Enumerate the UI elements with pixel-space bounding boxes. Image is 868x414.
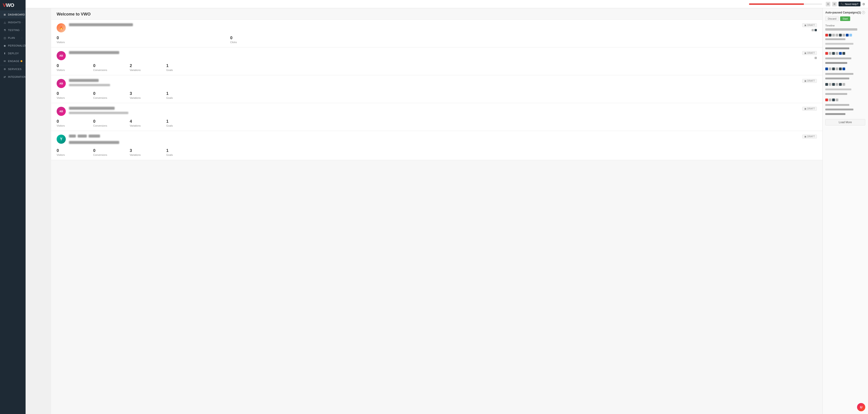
sidebar-item-engage[interactable]: ✉ ENGAGE [0, 57, 26, 65]
timeline-entry [825, 99, 865, 101]
timeline-entry [825, 52, 865, 55]
timeline-sub-bar [825, 38, 845, 40]
timeline-block [842, 68, 845, 70]
panel-actions: Discard Start [825, 16, 865, 21]
draft-label: ▣ DRAFT [802, 23, 817, 27]
stat-visitors: 0 Visitors [57, 36, 93, 43]
campaign-name-bar [69, 23, 133, 26]
logo: VWO [0, 0, 26, 11]
timeline-entry [825, 83, 865, 86]
timeline-bar [825, 28, 857, 31]
draft-badge: ▣ DRAFT [802, 23, 817, 31]
timeline-block [829, 83, 832, 86]
campaign-card: Y ▣ DRAFT 0 [51, 131, 822, 160]
timeline-block [839, 68, 842, 70]
stat-conversions: 0 Conversions [93, 63, 130, 71]
draft-label: ▣ DRAFT [802, 107, 817, 111]
help-icon[interactable]: ? [862, 11, 865, 14]
start-button[interactable]: Start [840, 16, 850, 21]
sidebar-item-integrations[interactable]: ⇄ INTEGRATIONS [0, 73, 26, 81]
stat-variations: 4 Variations [130, 119, 166, 127]
draft-badge: ▣ DRAFT [802, 51, 817, 59]
timeline-block [832, 68, 835, 70]
campaign-header: AB [57, 107, 817, 116]
stat-conversions: 0 Conversions [93, 148, 130, 156]
draft-icon: ▣ [804, 24, 806, 27]
stat-clicks: 0 Clicks [230, 36, 267, 43]
stat-conversions: 0 Conversions [93, 91, 130, 99]
timeline-entry [825, 68, 865, 70]
sidebar-item-dashboard[interactable]: ⊞ DASHBOARD [0, 11, 26, 19]
chevron-right-icon: › [22, 37, 22, 39]
timeline-block [836, 34, 838, 36]
stat-variations: 2 Variations [130, 63, 166, 71]
draft-icon: ▣ [804, 80, 806, 82]
grid-icon-2[interactable]: ⊞ [832, 2, 837, 6]
campaign-name-section [69, 135, 817, 145]
campaign-card: AB ▣ DRAFT 0 Visitors 0 [51, 103, 822, 131]
sidebar-item-testing[interactable]: ⚗ TESTING › [0, 26, 26, 34]
stat-visitors: 0 Visitors [57, 148, 93, 156]
engage-icon: ✉ [3, 60, 6, 63]
grid-icon-1[interactable]: ⊟ [826, 2, 830, 6]
plan-icon: ◫ [3, 36, 6, 39]
timeline-block [825, 52, 828, 55]
draft-label: ▣ DRAFT [802, 79, 817, 83]
campaign-name-bar [69, 141, 119, 144]
campaign-header: AB [57, 79, 817, 88]
timeline-sub-bar [825, 113, 845, 115]
campaign-stats: 0 Visitors 0 Conversions 2 Variations 1 … [57, 63, 817, 71]
user-avatar[interactable]: U [857, 403, 865, 411]
timeline-sub-bar [825, 58, 851, 59]
timeline-block [842, 83, 845, 86]
sidebar-item-insights[interactable]: △ INSIGHTS › [0, 19, 26, 26]
timeline-block [832, 83, 835, 86]
timeline-label: Timeline [825, 24, 865, 27]
draft-label: ▣ DRAFT [802, 51, 817, 55]
stat-goals: 1 Goals [166, 63, 203, 71]
campaign-sub-bar [69, 84, 110, 86]
draft-dots [812, 29, 817, 31]
progress-fill [749, 3, 804, 5]
phone-icon: 📞 [841, 2, 844, 5]
timeline-block [836, 52, 838, 55]
load-more-button[interactable]: Load More [825, 119, 865, 126]
timeline-sub-bar [825, 77, 849, 79]
integrations-icon: ⇄ [3, 75, 6, 78]
insights-icon: △ [3, 21, 6, 24]
need-help-button[interactable]: 📞 Need Help? [839, 2, 861, 6]
timeline-block [825, 68, 828, 70]
sidebar-item-plan[interactable]: ◫ PLAN › [0, 34, 26, 42]
discard-button[interactable]: Discard [825, 16, 839, 21]
chevron-right-icon: › [22, 29, 22, 31]
timeline-sub-bar [825, 73, 854, 75]
timeline-entries [825, 28, 865, 117]
main-content: Welcome to VWO 🔥 ▣ DRAFT [51, 8, 868, 414]
campaign-name-bar [69, 51, 119, 54]
campaign-header: Y [57, 135, 817, 145]
draft-badge: ▣ DRAFT [802, 107, 817, 111]
draft-badge: ▣ DRAFT [802, 135, 817, 138]
sidebar-item-deploy[interactable]: ⬆ DEPLOY [0, 49, 26, 57]
page-title: Welcome to VWO [57, 12, 817, 16]
stat-variations: 3 Variations [130, 91, 166, 99]
panel-title: Auto-paused Campaigns(1) [825, 11, 861, 14]
campaign-avatar: 🔥 [57, 23, 66, 32]
sidebar-item-personalize[interactable]: ◉ PERSONALIZE [0, 42, 26, 49]
chevron-right-icon: › [22, 22, 22, 24]
campaign-name-section [69, 23, 817, 27]
settings-icon[interactable]: ⚙ [862, 2, 865, 6]
dashboard-icon: ⊞ [3, 13, 6, 16]
stat-visitors: 0 Visitors [57, 91, 93, 99]
sidebar-item-services[interactable]: ⚙ SERVICES [0, 65, 26, 73]
timeline-sub-bar [825, 62, 847, 64]
stat-conversions: 0 Conversions [93, 119, 130, 127]
draft-badge: ▣ DRAFT [802, 79, 817, 83]
engage-badge [21, 60, 22, 62]
campaign-card: AB ▣ DRAFT 0 Visitors 0 [51, 75, 822, 103]
timeline-block [825, 99, 828, 101]
stat-goals: 1 Goals [166, 91, 203, 99]
timeline-sub-bar [825, 89, 851, 90]
timeline-block [836, 99, 838, 101]
panel-title-row: Auto-paused Campaigns(1) ? [825, 11, 865, 14]
